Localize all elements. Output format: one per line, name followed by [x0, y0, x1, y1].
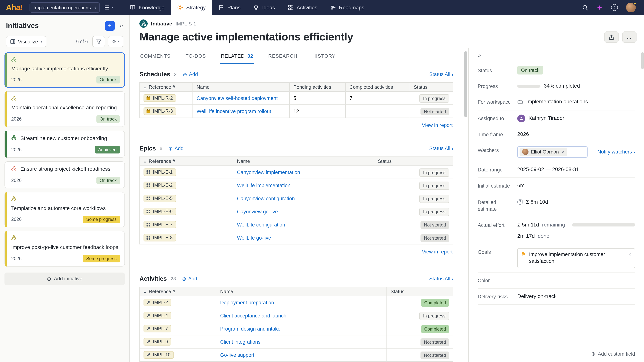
date-range-value[interactable]: 2025-09-02 — 2026-08-31 — [517, 166, 635, 173]
nav-item-strategy[interactable]: Strategy — [171, 0, 212, 15]
record-ref-chip[interactable]: IMPL-4 — [144, 312, 171, 319]
field-label: Initial estimate — [478, 182, 512, 190]
remove-goal-icon[interactable]: × — [628, 251, 631, 258]
tab-todos[interactable]: TO-DOS — [185, 48, 207, 64]
initiative-card[interactable]: Streamline new customer onboarding 2026 … — [4, 131, 125, 158]
record-ref-chip[interactable]: IMPL-R-3 — [144, 107, 176, 115]
record-link[interactable]: WellLife go-live — [237, 235, 271, 241]
settings-button[interactable]: ⚙ ▾ — [108, 36, 123, 47]
tab-history[interactable]: HISTORY — [312, 48, 336, 64]
record-ref-chip[interactable]: IMPL-10 — [144, 351, 174, 359]
record-link[interactable]: Client integrations — [220, 339, 260, 344]
record-ref-chip[interactable]: IMPL-2 — [144, 299, 171, 306]
remove-watcher-icon[interactable]: × — [562, 149, 564, 155]
epic-grid-icon — [146, 209, 151, 214]
nav-menu-button[interactable]: ▾ — [104, 5, 114, 10]
time-frame-value[interactable]: 2026 — [517, 130, 635, 138]
more-options-button[interactable]: … — [622, 32, 636, 43]
add-initiative-button[interactable]: ⊕ Add initiative — [4, 273, 125, 285]
related-count-badge: 32 — [248, 53, 254, 59]
add-activity-button[interactable]: ⊕Add — [182, 276, 197, 282]
ai-sparkle-icon[interactable] — [596, 4, 603, 11]
add-schedule-button[interactable]: ⊕Add — [183, 71, 198, 77]
scrollbar-thumb[interactable] — [464, 51, 467, 117]
chevron-down-icon: ▾ — [452, 147, 454, 151]
record-link[interactable]: Deployment preparation — [220, 300, 274, 305]
record-ref-chip[interactable]: IMPL-E-8 — [144, 234, 176, 241]
add-epic-button[interactable]: ⊕Add — [168, 145, 184, 151]
goal-chip[interactable]: ⚑ Improve implementation customer satisf… — [517, 248, 635, 268]
watchers-input[interactable]: Elliot Gordon × — [517, 146, 588, 158]
record-ref-chip[interactable]: IMPL-7 — [144, 325, 171, 332]
rocket-icon — [146, 339, 151, 344]
workspace-selector[interactable]: Implementation operations ▴▾ — [29, 2, 100, 13]
visualize-button[interactable]: Visualize ▾ — [6, 36, 46, 47]
record-link[interactable]: WellLife configuration — [237, 222, 285, 227]
search-icon[interactable] — [582, 4, 588, 11]
record-link[interactable]: Canyonview self-hosted deployment — [196, 95, 278, 101]
view-in-report-link[interactable]: View in report — [422, 122, 453, 128]
initiative-card[interactable]: Manage active implementations efficientl… — [4, 52, 125, 88]
record-ref-chip[interactable]: IMPL-E-6 — [144, 208, 176, 215]
record-link[interactable]: WellLife incentive program rollout — [196, 108, 271, 114]
activities-status-filter[interactable]: Status All ▾ — [429, 276, 454, 282]
record-ref-chip[interactable]: IMPL-E-7 — [144, 221, 176, 228]
record-link[interactable]: Canyonview implementation — [237, 169, 300, 175]
nav-item-knowledge[interactable]: Knowledge — [123, 0, 171, 15]
tab-related[interactable]: RELATED32 — [220, 48, 254, 64]
expand-panel-icon[interactable]: » — [478, 52, 485, 59]
nav-item-plans[interactable]: Plans — [212, 0, 247, 15]
record-link[interactable]: WellLife implementation — [237, 183, 290, 188]
initial-estimate-value[interactable]: 6m — [517, 182, 635, 190]
user-avatar[interactable] — [626, 3, 636, 12]
record-ref-chip[interactable]: IMPL-E-2 — [144, 182, 176, 189]
sort-asc-icon[interactable]: ▲ — [144, 86, 146, 89]
aha-logo[interactable]: Aha! — [6, 3, 22, 12]
sort-asc-icon[interactable]: ▲ — [144, 290, 146, 293]
initiative-card[interactable]: Improve post-go-live customer feedback l… — [4, 231, 125, 267]
nav-item-roadmaps[interactable]: Roadmaps — [324, 0, 370, 15]
record-link[interactable]: Program design and intake — [220, 326, 280, 331]
collapse-sidebar-icon[interactable]: « — [120, 22, 123, 30]
table-row: IMPL-E-8 WellLife go-live Not started — [140, 231, 453, 244]
help-question-icon[interactable]: ? — [517, 199, 523, 205]
pending-count: 12 — [290, 105, 346, 118]
record-link[interactable]: Cayonview go-live — [237, 209, 278, 214]
record-link[interactable]: Client acceptance and launch — [220, 313, 286, 318]
add-initiative-plus-button[interactable]: + — [105, 21, 114, 31]
add-custom-field-button[interactable]: ⊕ Add custom field — [591, 345, 635, 357]
initiative-card[interactable]: Templatize and automate core workflows 2… — [4, 192, 125, 227]
help-icon[interactable]: ? — [611, 4, 618, 11]
funnel-icon — [96, 39, 101, 44]
initiative-card[interactable]: Ensure strong project kickoff readiness … — [4, 161, 125, 188]
panel-scrollbar-thumb[interactable] — [642, 52, 644, 69]
workspace-name[interactable]: Implementation operations — [526, 98, 588, 106]
share-button[interactable] — [604, 32, 618, 43]
record-ref-chip[interactable]: IMPL-R-2 — [144, 94, 176, 102]
schedules-status-filter[interactable]: Status All ▾ — [429, 72, 454, 77]
tab-comments[interactable]: COMMENTS — [140, 48, 171, 64]
record-link[interactable]: Canyonview configuration — [237, 196, 295, 201]
tab-research[interactable]: RESEARCH — [268, 48, 298, 64]
record-link[interactable]: Go-live support — [220, 352, 254, 358]
assignee-name[interactable]: Kathryn Tirador — [528, 115, 564, 122]
epics-status-filter[interactable]: Status All ▾ — [429, 146, 454, 151]
nav-item-ideas[interactable]: Ideas — [247, 0, 282, 15]
record-ref-chip[interactable]: IMPL-E-5 — [144, 195, 176, 202]
status-badge[interactable]: On track — [517, 66, 543, 75]
field-assigned-to: Assigned to Kathryn Tirador — [478, 110, 635, 126]
record-ref-chip[interactable]: IMPL-E-1 — [144, 168, 176, 176]
delivery-risks-value[interactable]: Delivery on-track — [517, 293, 635, 300]
gear-icon: ⚙ — [112, 39, 116, 44]
notification-dot — [633, 2, 636, 5]
notify-watchers-button[interactable]: Notify watchers ▾ — [598, 148, 635, 155]
nav-item-activities[interactable]: Activities — [281, 0, 324, 15]
status-badge: Achieved — [95, 146, 120, 153]
sort-asc-icon[interactable]: ▲ — [144, 160, 146, 163]
filter-button[interactable] — [92, 36, 105, 47]
view-in-report-link[interactable]: View in report — [422, 249, 453, 255]
initiative-card[interactable]: Maintain operational excellence and repo… — [4, 92, 125, 127]
epic-grid-icon — [146, 222, 151, 227]
chevron-down-icon: ▾ — [118, 40, 120, 43]
record-ref-chip[interactable]: IMPL-9 — [144, 338, 171, 345]
